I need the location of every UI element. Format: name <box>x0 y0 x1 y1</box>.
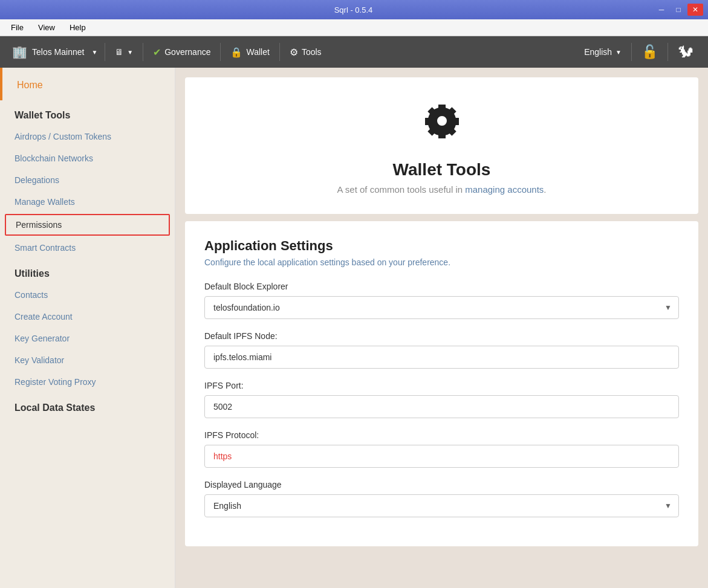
subtitle-plain: A set of common tools useful in <box>337 184 465 195</box>
tools-label: Tools <box>302 47 322 57</box>
language-label: Displayed Language <box>204 480 679 489</box>
ipfs-port-input[interactable] <box>204 395 679 418</box>
ipfs-port-field: IPFS Port: <box>204 381 679 418</box>
ipfs-protocol-input[interactable] <box>204 445 679 468</box>
menu-file[interactable]: File <box>5 21 30 34</box>
close-button[interactable]: ✕ <box>687 4 703 16</box>
ipfs-node-field: Default IPFS Node: <box>204 331 679 369</box>
settings-content: Application Settings Configure the local… <box>185 221 698 546</box>
sidebar-item-airdrops[interactable]: Airdrops / Custom Tokens <box>0 126 175 147</box>
maximize-button[interactable]: □ <box>671 4 686 16</box>
sidebar-item-key-validator[interactable]: Key Validator <box>0 349 175 371</box>
ipfs-node-label: Default IPFS Node: <box>204 331 679 341</box>
nav-squirrel-button[interactable]: 🐿 <box>668 36 703 68</box>
sidebar-section-local-data: Local Data States <box>0 393 175 418</box>
settings-title: Application Settings <box>204 238 679 254</box>
language-select[interactable]: English Español 中文 한국어 <box>204 494 679 517</box>
wallet-lock-icon: 🔒 <box>230 47 242 58</box>
sidebar-section-wallet-tools: Wallet Tools <box>0 100 175 126</box>
sidebar-item-delegations[interactable]: Delegations <box>0 169 175 191</box>
governance-label: Governance <box>164 47 210 57</box>
gear-icon-large <box>418 97 466 153</box>
sidebar: Home Wallet Tools Airdrops / Custom Toke… <box>0 68 175 588</box>
sidebar-item-create-account[interactable]: Create Account <box>0 306 175 328</box>
nav-wallet-button[interactable]: 🔒 Wallet <box>221 36 279 68</box>
settings-subtitle: Configure the local application settings… <box>204 257 679 267</box>
sidebar-item-contacts[interactable]: Contacts <box>0 284 175 306</box>
sidebar-section-utilities: Utilities <box>0 259 175 284</box>
minimize-button[interactable]: ─ <box>654 4 669 16</box>
squirrel-icon: 🐿 <box>678 43 693 62</box>
brand-label: Telos Mainnet <box>32 47 84 57</box>
nav-language-button[interactable]: English ▼ <box>574 36 631 68</box>
governance-check-icon: ✔ <box>153 47 161 58</box>
wallet-tools-subtitle: A set of common tools useful in managing… <box>337 184 546 195</box>
content-area: Wallet Tools A set of common tools usefu… <box>175 68 708 588</box>
monitor-icon: 🖥 <box>115 47 123 57</box>
wallet-tools-title: Wallet Tools <box>393 160 491 179</box>
ipfs-port-label: IPFS Port: <box>204 381 679 390</box>
title-bar-controls: ─ □ ✕ <box>654 4 703 16</box>
menu-bar: File View Help <box>0 19 708 36</box>
nav-lock-button[interactable]: 🔓 <box>632 36 667 68</box>
language-dropdown-icon: ▼ <box>615 49 622 56</box>
sidebar-item-permissions[interactable]: Permissions <box>5 214 170 236</box>
nav-bar: 🏢 Telos Mainnet ▼ 🖥 ▼ ✔ Governance 🔒 Wal… <box>0 36 708 68</box>
language-label: English <box>584 47 612 57</box>
menu-help[interactable]: Help <box>63 21 92 34</box>
language-field: Displayed Language English Español 中文 한국… <box>204 480 679 517</box>
sidebar-item-blockchain-networks[interactable]: Blockchain Networks <box>0 147 175 169</box>
tools-gear-icon: ⚙ <box>290 47 298 58</box>
block-explorer-field: Default Block Explorer telosfoundation.i… <box>204 282 679 319</box>
menu-view[interactable]: View <box>32 21 61 34</box>
nav-lock-icon: 🔓 <box>641 44 658 60</box>
settings-card: Application Settings Configure the local… <box>185 221 698 546</box>
subtitle-link: managing accounts <box>465 184 544 195</box>
brand-dropdown-icon: ▼ <box>91 49 97 56</box>
block-explorer-label: Default Block Explorer <box>204 282 679 291</box>
brand-button[interactable]: 🏢 Telos Mainnet ▼ <box>5 36 105 68</box>
wallet-tools-header: Wallet Tools A set of common tools usefu… <box>185 77 698 214</box>
ipfs-protocol-field: IPFS Protocol: <box>204 430 679 468</box>
sidebar-item-manage-wallets[interactable]: Manage Wallets <box>0 191 175 213</box>
nav-monitor-button[interactable]: 🖥 ▼ <box>105 36 143 68</box>
sidebar-home[interactable]: Home <box>0 68 175 100</box>
block-explorer-select-wrapper: telosfoundation.io eosflare.io bloks.io … <box>204 296 679 319</box>
sidebar-item-smart-contracts[interactable]: Smart Contracts <box>0 237 175 259</box>
title-bar-title: Sqrl - 0.5.4 <box>53 5 654 15</box>
language-select-wrapper: English Español 中文 한국어 ▼ <box>204 494 679 517</box>
wallet-label: Wallet <box>246 47 269 57</box>
nav-monitor-dropdown: ▼ <box>127 49 133 56</box>
block-explorer-select[interactable]: telosfoundation.io eosflare.io bloks.io <box>204 296 679 319</box>
title-bar: Sqrl - 0.5.4 ─ □ ✕ <box>0 0 708 19</box>
sidebar-item-register-voting-proxy[interactable]: Register Voting Proxy <box>0 371 175 393</box>
nav-tools-button[interactable]: ⚙ Tools <box>280 36 331 68</box>
brand-icon: 🏢 <box>12 45 27 59</box>
ipfs-protocol-label: IPFS Protocol: <box>204 430 679 440</box>
subtitle-end: . <box>544 184 546 195</box>
wallet-tools-header-card: Wallet Tools A set of common tools usefu… <box>185 77 698 214</box>
sidebar-item-key-generator[interactable]: Key Generator <box>0 328 175 349</box>
main-layout: Home Wallet Tools Airdrops / Custom Toke… <box>0 68 708 588</box>
nav-governance-button[interactable]: ✔ Governance <box>143 36 220 68</box>
ipfs-node-input[interactable] <box>204 346 679 369</box>
